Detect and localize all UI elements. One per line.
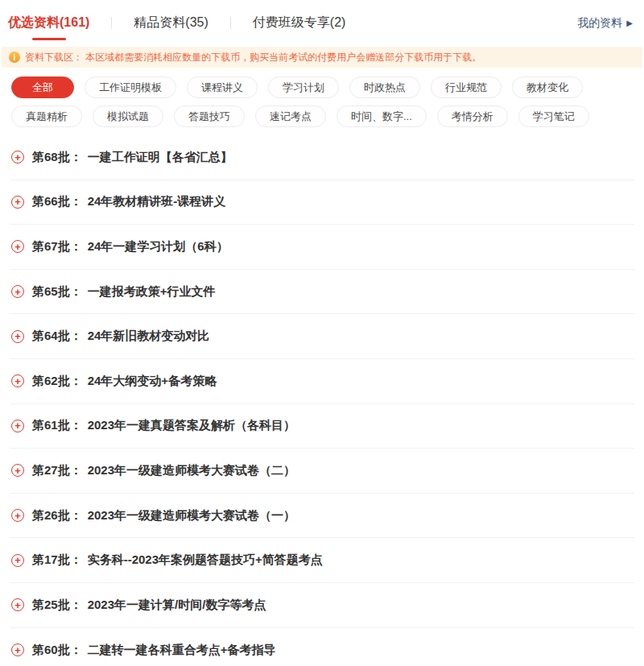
- notice-bar: i 资料下载区： 本区域都需要消耗相应数量的下载币，购买当前考试的付费用户会赠送…: [2, 47, 642, 68]
- item-name: 24年教材精讲班-课程讲义: [88, 194, 226, 208]
- filter-tag[interactable]: 速记考点: [255, 105, 326, 127]
- filter-tag[interactable]: 行业规范: [431, 77, 502, 98]
- filter-tag[interactable]: 答题技巧: [174, 105, 245, 127]
- item-name: 2023年一建计算/时间/数字等考点: [88, 598, 266, 611]
- info-icon: i: [9, 52, 20, 63]
- item-name: 24年大纲变动+备考策略: [88, 374, 217, 387]
- item-title: 第66批：24年教材精讲班-课程讲义: [32, 194, 225, 209]
- expand-plus-icon[interactable]: +: [11, 464, 24, 477]
- arrow-right-icon: ▶: [626, 19, 633, 27]
- item-name: 一建报考政策+行业文件: [88, 284, 216, 298]
- filter-tag-all[interactable]: 全部: [11, 77, 74, 98]
- filter-tag[interactable]: 教材变化: [512, 77, 583, 98]
- list-item[interactable]: + 第64批：24年新旧教材变动对比: [10, 314, 634, 359]
- filter-tag[interactable]: 考情分析: [437, 105, 508, 127]
- item-batch: 第62批：: [32, 374, 82, 387]
- filter-tag[interactable]: 课程讲义: [187, 77, 258, 98]
- expand-plus-icon[interactable]: +: [11, 420, 24, 432]
- item-title: 第68批：一建工作证明【各省汇总】: [32, 150, 233, 165]
- tab-premium-materials[interactable]: 精品资料(35): [134, 14, 208, 31]
- item-name: 2023年一级建造师模考大赛试卷（二）: [88, 463, 295, 477]
- expand-plus-icon[interactable]: +: [11, 330, 24, 343]
- list-item[interactable]: + 第68批：一建工作证明【各省汇总】: [10, 135, 634, 180]
- item-name: 实务科--2023年案例题答题技巧+简答题考点: [88, 552, 323, 566]
- list-item[interactable]: + 第27批：2023年一级建造师模考大赛试卷（二）: [10, 449, 634, 494]
- resource-list: + 第68批：一建工作证明【各省汇总】 + 第66批：24年教材精讲班-课程讲义…: [0, 135, 644, 666]
- item-title: 第67批：24年一建学习计划（6科）: [32, 239, 229, 254]
- item-title: 第25批：2023年一建计算/时间/数字等考点: [32, 598, 266, 613]
- item-title: 第26批：2023年一级建造师模考大赛试卷（一）: [32, 508, 295, 523]
- expand-plus-icon[interactable]: +: [11, 196, 24, 209]
- item-name: 一建工作证明【各省汇总】: [88, 150, 233, 163]
- expand-plus-icon[interactable]: +: [11, 285, 24, 298]
- item-name: 2023年一级建造师模考大赛试卷（一）: [88, 508, 295, 522]
- item-title: 第61批：2023年一建真题答案及解析（各科目）: [32, 418, 295, 433]
- item-batch: 第17批：: [32, 552, 82, 566]
- item-title: 第62批：24年大纲变动+备考策略: [32, 374, 217, 389]
- filter-tag[interactable]: 时间、数字...: [336, 105, 427, 127]
- expand-plus-icon[interactable]: +: [11, 151, 24, 163]
- item-batch: 第66批：: [32, 194, 82, 208]
- item-batch: 第25批：: [32, 598, 82, 611]
- notice-text: 资料下载区： 本区域都需要消耗相应数量的下载币，购买当前考试的付费用户会赠送部分…: [25, 51, 481, 64]
- tab-featured-materials[interactable]: 优选资料(161): [8, 14, 89, 31]
- list-item[interactable]: + 第65批：一建报考政策+行业文件: [10, 270, 634, 315]
- item-title: 第65批：一建报考政策+行业文件: [32, 284, 215, 300]
- filter-tag-group: 全部 工作证明模板 课程讲义 学习计划 时政热点 行业规范 教材变化 真题精析 …: [0, 68, 644, 135]
- my-materials-link[interactable]: 我的资料 ▶: [577, 16, 636, 31]
- item-batch: 第61批：: [32, 418, 82, 432]
- tab-divider: [230, 17, 231, 29]
- list-item[interactable]: + 第60批：二建转一建各科重合考点+备考指导: [10, 628, 634, 666]
- filter-tag[interactable]: 真题精析: [11, 105, 82, 127]
- expand-plus-icon[interactable]: +: [11, 554, 24, 567]
- list-item[interactable]: + 第67批：24年一建学习计划（6科）: [10, 225, 634, 270]
- filter-tag[interactable]: 学习计划: [268, 77, 339, 98]
- item-batch: 第68批：: [32, 150, 82, 163]
- filter-tag[interactable]: 工作证明模板: [85, 77, 176, 98]
- expand-plus-icon[interactable]: +: [11, 598, 24, 611]
- list-item[interactable]: + 第61批：2023年一建真题答案及解析（各科目）: [10, 404, 634, 449]
- expand-plus-icon[interactable]: +: [11, 509, 24, 522]
- list-item[interactable]: + 第62批：24年大纲变动+备考策略: [10, 359, 634, 404]
- expand-plus-icon[interactable]: +: [11, 240, 24, 253]
- item-batch: 第67批：: [32, 239, 82, 253]
- item-batch: 第64批：: [32, 329, 82, 342]
- list-item[interactable]: + 第66批：24年教材精讲班-课程讲义: [10, 180, 634, 225]
- item-title: 第17批：实务科--2023年案例题答题技巧+简答题考点: [32, 552, 323, 568]
- item-batch: 第26批：: [32, 508, 82, 522]
- tab-bar: 优选资料(161) 精品资料(35) 付费班级专享(2) 我的资料 ▶: [0, 0, 644, 46]
- filter-tag[interactable]: 模拟试题: [93, 105, 163, 127]
- list-item[interactable]: + 第25批：2023年一建计算/时间/数字等考点: [10, 583, 634, 628]
- item-name: 24年新旧教材变动对比: [88, 329, 210, 342]
- item-batch: 第27批：: [32, 463, 82, 477]
- expand-plus-icon[interactable]: +: [11, 643, 24, 656]
- item-batch: 第60批：: [32, 643, 82, 656]
- list-item[interactable]: + 第26批：2023年一级建造师模考大赛试卷（一）: [10, 494, 634, 539]
- item-name: 二建转一建各科重合考点+备考指导: [88, 643, 276, 656]
- tab-divider: [111, 17, 112, 29]
- filter-tag[interactable]: 学习笔记: [518, 105, 589, 127]
- filter-tag[interactable]: 时政热点: [349, 77, 420, 98]
- expand-plus-icon[interactable]: +: [11, 374, 24, 387]
- item-batch: 第65批：: [32, 284, 82, 298]
- item-name: 24年一建学习计划（6科）: [88, 239, 229, 253]
- my-materials-label: 我的资料: [577, 16, 622, 31]
- list-item[interactable]: + 第17批：实务科--2023年案例题答题技巧+简答题考点: [10, 538, 634, 583]
- item-title: 第60批：二建转一建各科重合考点+备考指导: [32, 643, 275, 658]
- tab-paid-class-exclusive[interactable]: 付费班级专享(2): [253, 14, 346, 31]
- item-name: 2023年一建真题答案及解析（各科目）: [88, 418, 295, 432]
- item-title: 第27批：2023年一级建造师模考大赛试卷（二）: [32, 463, 295, 478]
- item-title: 第64批：24年新旧教材变动对比: [32, 329, 209, 344]
